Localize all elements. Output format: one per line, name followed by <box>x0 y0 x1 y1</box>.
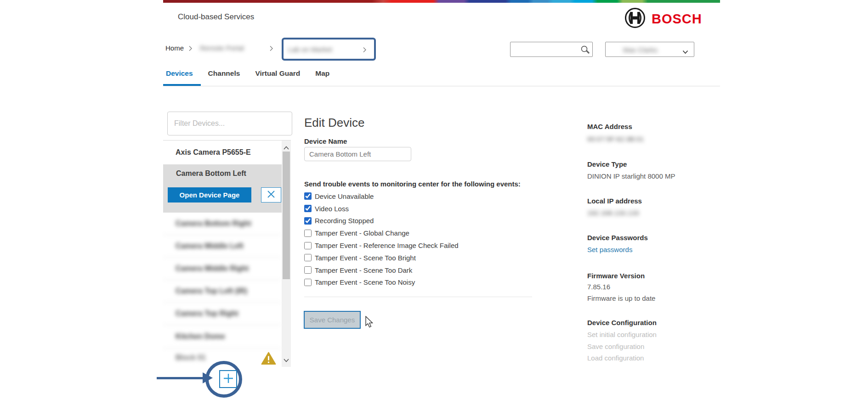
app-title: Cloud-based Services <box>178 12 254 22</box>
filter-devices-input[interactable] <box>167 112 292 135</box>
event-row: Recording Stopped <box>304 215 459 227</box>
event-row: Tamper Event - Global Change <box>304 227 459 239</box>
set-initial-configuration-link[interactable]: Set initial configuration <box>587 331 657 338</box>
local-ip-label: Local IP address <box>587 197 642 205</box>
tab-bar: Devices Channels Virtual Guard Map <box>166 69 329 78</box>
close-icon <box>267 190 276 200</box>
close-selection-button[interactable] <box>261 187 281 202</box>
events-heading: Send trouble events to monitoring center… <box>304 180 521 188</box>
checkbox-tamper-global-change[interactable] <box>304 230 312 237</box>
event-label: Tamper Event - Global Change <box>315 229 409 237</box>
tab-map[interactable]: Map <box>315 69 329 78</box>
checkbox-device-unavailable[interactable] <box>304 192 312 200</box>
tab-channels[interactable]: Channels <box>208 69 240 78</box>
device-name-input[interactable] <box>304 147 411 161</box>
tab-virtual-guard[interactable]: Virtual Guard <box>255 69 300 78</box>
tab-devices[interactable]: Devices <box>166 69 193 78</box>
load-configuration-link[interactable]: Load configuration <box>587 354 644 362</box>
breadcrumb-home-link[interactable]: Home <box>165 44 184 52</box>
firmware-status: Firmware is up to date <box>587 294 655 302</box>
event-row: Tamper Event - Scene Too Dark <box>304 264 459 276</box>
device-list-item[interactable]: Axis Camera P5655-E <box>163 141 282 164</box>
event-label: Tamper Event - Scene Too Noisy <box>315 278 415 286</box>
event-label: Recording Stopped <box>315 217 374 225</box>
plus-icon <box>223 373 234 385</box>
event-label: Tamper Event - Scene Too Dark <box>315 266 412 274</box>
checkbox-video-loss[interactable] <box>304 205 312 212</box>
checkbox-tamper-scene-too-dark[interactable] <box>304 266 312 274</box>
annotation-arrow <box>157 377 204 379</box>
mouse-cursor <box>365 316 374 330</box>
event-row: Video Loss <box>304 202 459 215</box>
breadcrumb-separator-icon <box>188 45 193 53</box>
device-list-item-redacted[interactable]: Kitchen Dome <box>163 325 282 349</box>
mac-address-label: MAC Address <box>587 123 632 130</box>
event-row: Device Unavailable <box>304 190 459 202</box>
firmware-version-label: Firmware Version <box>587 272 645 280</box>
event-label: Device Unavailable <box>315 192 374 200</box>
selected-device-label: Camera Bottom Left <box>176 169 246 178</box>
search-input[interactable] <box>513 43 580 56</box>
device-type-value: DINION IP starlight 8000 MP <box>587 172 675 180</box>
save-configuration-link[interactable]: Save configuration <box>587 343 644 350</box>
checkbox-recording-stopped[interactable] <box>304 217 312 225</box>
event-checkbox-list: Device Unavailable Video Loss Recording … <box>304 190 459 288</box>
user-account-dropdown[interactable]: Max Clarks <box>605 42 694 57</box>
breadcrumb-separator-icon <box>363 46 367 55</box>
tab-bar-divider <box>163 86 720 86</box>
open-device-page-button[interactable]: Open Device Page <box>168 187 251 202</box>
device-list-item-redacted[interactable]: Camera Top Left (IR) <box>163 280 282 303</box>
device-list-scrollbar[interactable] <box>282 141 291 367</box>
device-list-item-redacted[interactable]: Camera Middle Right <box>163 258 282 280</box>
bosch-supergraphic-bar <box>163 0 720 3</box>
device-label-redacted: Block 01 <box>176 354 206 362</box>
device-configuration-label: Device Configuration <box>587 319 657 326</box>
user-name-redacted: Max Clarks <box>623 46 658 54</box>
warning-icon <box>261 352 276 367</box>
breadcrumb-separator-icon <box>269 45 273 53</box>
device-list: Axis Camera P5655-E Camera Bottom Left O… <box>163 140 291 366</box>
device-passwords-label: Device Passwords <box>587 234 648 242</box>
event-label: Tamper Event - Reference Image Check Fai… <box>315 242 459 249</box>
bosch-logo: BOSCH <box>624 7 702 31</box>
annotation-highlight-box: Lab on Market <box>282 38 376 61</box>
breadcrumb-item-redacted[interactable]: Remote Portal <box>200 44 244 52</box>
search-icon[interactable] <box>580 45 590 56</box>
checkbox-tamper-scene-too-noisy[interactable] <box>304 279 312 286</box>
search-box <box>510 42 593 57</box>
bosch-wordmark: BOSCH <box>652 11 702 27</box>
scroll-down-icon[interactable] <box>284 356 289 364</box>
scrollbar-thumb[interactable] <box>283 152 290 279</box>
chevron-down-icon <box>682 48 688 56</box>
device-list-item-redacted[interactable]: Camera Middle Left <box>163 235 282 258</box>
page-title: Edit Device <box>304 116 365 130</box>
event-row: Tamper Event - Reference Image Check Fai… <box>304 239 459 252</box>
device-type-label: Device Type <box>587 160 627 168</box>
breadcrumb-current-redacted[interactable]: Lab on Market <box>288 45 332 53</box>
save-changes-button[interactable]: Save Changes <box>304 311 361 329</box>
event-label: Tamper Event - Scene Too Bright <box>315 254 416 262</box>
local-ip-value-redacted: 192.168.133.133 <box>587 209 639 217</box>
mac-address-value-redacted: 00:07:5F:62:3B:01 <box>587 135 644 143</box>
section-divider <box>304 297 532 297</box>
device-name-label: Device Name <box>304 137 347 145</box>
checkbox-tamper-scene-too-bright[interactable] <box>304 254 312 261</box>
add-device-button[interactable] <box>219 370 237 388</box>
event-row: Tamper Event - Scene Too Bright <box>304 252 459 264</box>
event-label: Video Loss <box>315 205 349 213</box>
scroll-up-icon[interactable] <box>284 143 289 152</box>
device-list-item-redacted[interactable]: Camera Top Right <box>163 303 282 325</box>
firmware-version-value: 7.85.16 <box>587 283 610 291</box>
set-passwords-link[interactable]: Set passwords <box>587 246 632 253</box>
device-list-item-redacted[interactable]: Camera Bottom Right <box>163 213 282 235</box>
bosch-anchor-icon <box>624 7 646 31</box>
checkbox-tamper-reference-image[interactable] <box>304 242 312 249</box>
device-list-item-selected[interactable]: Camera Bottom Left Open Device Page <box>163 164 282 213</box>
event-row: Tamper Event - Scene Too Noisy <box>304 276 459 289</box>
page: Cloud-based Services BOSCH Home Remote P… <box>0 0 868 405</box>
